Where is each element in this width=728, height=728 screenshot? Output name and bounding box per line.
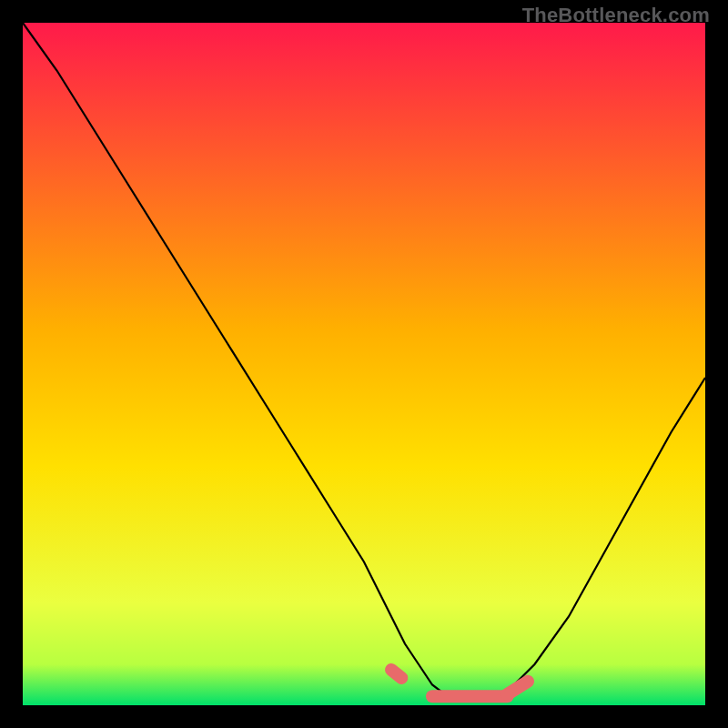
chart-container: TheBottleneck.com xyxy=(0,0,728,728)
watermark-text: TheBottleneck.com xyxy=(522,4,710,27)
highlight-left-dot xyxy=(391,670,401,678)
gradient-bg xyxy=(23,23,705,705)
plot-area xyxy=(23,23,705,705)
chart-svg xyxy=(23,23,705,705)
